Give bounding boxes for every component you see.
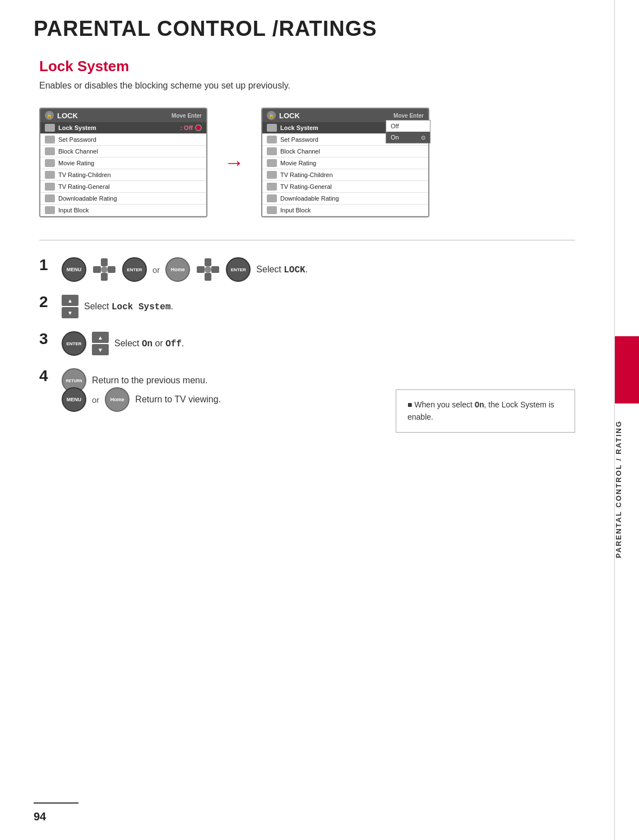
nav-up-btn-3: ▲ — [92, 332, 109, 343]
r-item-label-1: Lock System — [280, 124, 318, 131]
step-number-2: 2 — [39, 293, 53, 311]
enter-button-2[interactable]: ENTER — [226, 257, 251, 282]
r-item-label-8: Input Block — [280, 207, 311, 214]
divider — [39, 240, 575, 240]
tv-screen-right-wrapper: 🔒 LOCK Move Enter Lock System : On Set P… — [261, 108, 429, 217]
item-icon-4 — [45, 159, 55, 167]
item-label-7: Downloadable Rating — [58, 195, 117, 202]
menu-item-lock-system-left: Lock System : Off — [40, 122, 206, 134]
item-icon-1 — [45, 124, 55, 132]
r-item-label-7: Downloadable Rating — [280, 195, 339, 202]
dropdown-on: On — [386, 132, 430, 143]
note-text: When you select On, the Lock System is e… — [408, 400, 554, 421]
note-box: ■ When you select On, the Lock System is… — [396, 389, 575, 433]
lock-icon-right: 🔒 — [267, 111, 276, 120]
nav-center-1 — [101, 266, 108, 273]
menu-button-label: MENU — [67, 267, 82, 272]
note-bullet: ■ — [408, 400, 414, 409]
tv-screen-left: 🔒 LOCK Move Enter Lock System : Off Set … — [39, 108, 207, 217]
item-icon-7 — [45, 194, 55, 202]
item-label-8: Input Block — [58, 207, 89, 214]
item-icon-2 — [45, 136, 55, 143]
menu-item-tv-general-right: TV Rating-General — [262, 181, 428, 193]
sidebar-label: PARENTAL CONTROL / RATING — [614, 420, 639, 558]
home-button-1-label: Home — [171, 267, 185, 272]
sidebar-red-bar — [615, 336, 640, 403]
menu-item-downloadable-right: Downloadable Rating — [262, 193, 428, 205]
r-item-icon-6 — [267, 183, 277, 191]
item-icon-3 — [45, 147, 55, 155]
steps-container: 1 MENU ENTER — [39, 257, 575, 412]
step-4-text: Return to the previous menu. — [92, 375, 207, 386]
nav-left-1 — [93, 266, 101, 273]
item-icon-8 — [45, 206, 55, 214]
menu-item-set-password-left: Set Password — [40, 134, 206, 146]
return-button-label: RETURN — [66, 379, 82, 383]
nav-up-btn-2: ▲ — [62, 295, 78, 306]
menu-item-tv-children-right: TV Rating-Children — [262, 169, 428, 181]
or-text-opt: or — [92, 395, 99, 405]
home-button-opt[interactable]: Home — [105, 387, 129, 412]
menu-item-block-channel-left: Block Channel — [40, 146, 206, 157]
item-icon-6 — [45, 183, 55, 191]
r-item-icon-1 — [267, 124, 277, 132]
r-item-icon-5 — [267, 171, 277, 179]
item-label-3: Block Channel — [58, 148, 98, 155]
menu-button[interactable]: MENU — [62, 257, 86, 282]
item-label-6: TV Rating-General — [58, 183, 110, 190]
r-item-label-4: Movie Rating — [280, 160, 316, 166]
item-label-2: Set Password — [58, 136, 96, 143]
optional-step-text: Return to TV viewing. — [135, 395, 221, 405]
page-title: PARENTAL CONTROL /RATINGS — [0, 0, 639, 52]
enter-button-3[interactable]: ENTER — [62, 331, 86, 356]
nav-cross-2 — [196, 257, 220, 282]
menu-button-opt-label: MENU — [67, 397, 82, 402]
tv-nav-left: Move Enter — [172, 113, 202, 119]
step-2-content: ▲ ▼ Select Lock System. — [62, 294, 173, 319]
menu-button-opt[interactable]: MENU — [62, 387, 86, 412]
step-number-1: 1 — [39, 256, 53, 274]
nav-down-btn-2: ▼ — [62, 307, 78, 318]
page-number: 94 — [34, 810, 46, 823]
r-item-label-2: Set Password — [280, 136, 318, 143]
tv-title-left: LOCK — [57, 112, 172, 120]
r-item-icon-8 — [267, 206, 277, 214]
r-item-label-5: TV Rating-Children — [280, 171, 333, 178]
r-item-icon-7 — [267, 194, 277, 202]
nav-updown-2: ▲ ▼ — [62, 294, 78, 319]
enter-button-3-label: ENTER — [66, 341, 81, 346]
or-text-1: or — [152, 265, 160, 275]
item-icon-5 — [45, 171, 55, 179]
step-2: 2 ▲ ▼ Select Lock System. — [39, 294, 575, 319]
menu-item-input-block-left: Input Block — [40, 205, 206, 216]
tv-nav-right: Move Enter — [393, 113, 424, 119]
nav-down-1 — [101, 273, 108, 281]
nav-cross-1 — [92, 257, 117, 282]
step-2-text: Select Lock System. — [84, 301, 173, 312]
enter-button-1[interactable]: ENTER — [122, 257, 147, 282]
dropdown-off: Off — [386, 120, 430, 132]
r-item-label-3: Block Channel — [280, 148, 320, 155]
r-item-icon-4 — [267, 159, 277, 167]
arrow-icon: → — [224, 151, 244, 174]
home-button-opt-label: Home — [110, 397, 124, 402]
nav-down-2 — [205, 273, 211, 281]
nav-left-2 — [197, 266, 205, 273]
step-number-4: 4 — [39, 367, 53, 385]
menu-item-movie-rating-left: Movie Rating — [40, 157, 206, 169]
bottom-line — [34, 802, 78, 804]
enter-button-2-label: ENTER — [231, 267, 246, 272]
menu-item-movie-rating-right: Movie Rating — [262, 157, 428, 169]
step-3-text: Select On or Off. — [114, 338, 184, 349]
home-button-1[interactable]: Home — [165, 257, 190, 282]
nav-right-1 — [108, 266, 115, 273]
nav-center-2 — [205, 266, 211, 273]
enter-button-1-label: ENTER — [127, 267, 142, 272]
section-description: Enables or disables the blocking scheme … — [39, 81, 575, 91]
step-number-3: 3 — [39, 330, 53, 348]
menu-item-input-block-right: Input Block — [262, 205, 428, 216]
item-label-5: TV Rating-Children — [58, 171, 111, 178]
nav-updown-3: ▲ ▼ — [92, 331, 109, 356]
item-label-4: Movie Rating — [58, 160, 94, 166]
step-1-text: Select LOCK. — [256, 264, 308, 275]
